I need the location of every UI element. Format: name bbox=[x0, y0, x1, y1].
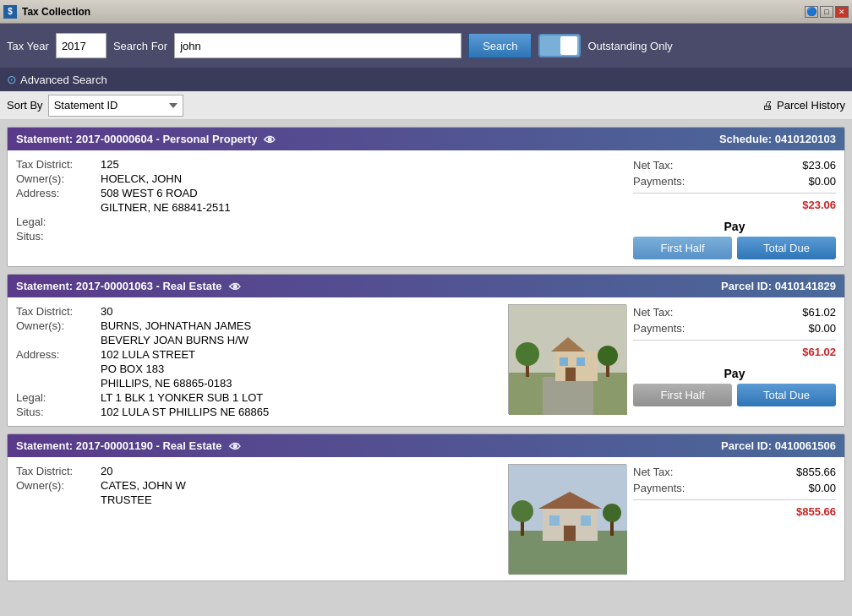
statement-info-1: Tax District: 125 Owner(s): HOELCK, JOHN… bbox=[16, 157, 626, 259]
sort-left: Sort By Statement ID Owner Name Parcel I… bbox=[7, 95, 183, 117]
advanced-search-bar[interactable]: ⊙ Advanced Search bbox=[0, 68, 852, 91]
statement-id-label-3: Statement: 2017-00001190 - Real Estate bbox=[16, 439, 222, 452]
address-value-1b: GILTNER, NE 68841-2511 bbox=[101, 200, 626, 215]
outstanding-toggle[interactable] bbox=[538, 34, 581, 57]
statement-card-3: Statement: 2017-00001190 - Real Estate P… bbox=[7, 433, 845, 581]
svg-point-9 bbox=[516, 342, 539, 366]
payments-label-3: Payments: bbox=[633, 480, 748, 496]
owners-value-3b: TRUSTEE bbox=[101, 493, 501, 507]
pay-section-2: Pay First Half Total Due bbox=[633, 367, 836, 406]
statement-body-1: Tax District: 125 Owner(s): HOELCK, JOHN… bbox=[8, 150, 844, 266]
parcel-id-2: Parcel ID: 0410141829 bbox=[721, 280, 836, 292]
view-icon-1[interactable] bbox=[264, 134, 281, 145]
svg-point-11 bbox=[598, 346, 618, 366]
search-for-label: Search For bbox=[113, 40, 167, 52]
owners-label-1: Owner(s): bbox=[16, 172, 101, 186]
amount-due-1: $23.06 bbox=[756, 197, 836, 213]
window-title: Tax Collection bbox=[22, 6, 803, 18]
first-half-button-2[interactable]: First Half bbox=[633, 384, 732, 406]
statement-id-label-1: Statement: 2017-00000604 - Personal Prop… bbox=[16, 133, 257, 145]
main-content: Statement: 2017-00000604 - Personal Prop… bbox=[0, 120, 852, 616]
advanced-search-icon: ⊙ bbox=[7, 73, 17, 86]
owners-value-2b: BEVERLY JOAN BURNS H/W bbox=[101, 333, 501, 347]
tax-section-1: Net Tax: $23.06 Payments: $0.00 $23.06 bbox=[633, 157, 836, 259]
close-button[interactable]: ✕ bbox=[835, 6, 849, 18]
legal-label-1: Legal: bbox=[16, 215, 101, 229]
title-bar: $ Tax Collection 🔵 □ ✕ bbox=[0, 0, 852, 24]
minimize-button[interactable]: 🔵 bbox=[805, 6, 818, 18]
tax-section-3: Net Tax: $855.66 Payments: $0.00 $855.66 bbox=[633, 464, 836, 574]
property-image-3 bbox=[508, 464, 626, 574]
svg-point-22 bbox=[603, 504, 621, 522]
statement-card-2: Statement: 2017-00001063 - Real Estate P… bbox=[7, 274, 845, 427]
statement-header-3: Statement: 2017-00001190 - Real Estate P… bbox=[8, 434, 844, 457]
outstanding-label: Outstanding Only bbox=[587, 40, 672, 52]
payments-label-1: Payments: bbox=[633, 173, 756, 189]
pay-buttons-2: First Half Total Due bbox=[633, 384, 836, 406]
svg-rect-3 bbox=[555, 352, 598, 381]
legal-value-1 bbox=[101, 215, 626, 229]
net-tax-label-1: Net Tax: bbox=[633, 157, 756, 173]
payments-value-2: $0.00 bbox=[756, 320, 836, 336]
toggle-thumb bbox=[560, 36, 577, 55]
address-value-2b: PO BOX 183 bbox=[101, 362, 501, 376]
maximize-button[interactable]: □ bbox=[820, 6, 833, 18]
tax-district-value-1: 125 bbox=[101, 157, 626, 172]
statement-info-3: Tax District: 20 Owner(s): CATES, JOHN W… bbox=[16, 464, 501, 574]
situs-label-1: Situs: bbox=[16, 229, 101, 243]
advanced-search-text: Advanced Search bbox=[20, 74, 107, 86]
statement-id-label-2: Statement: 2017-00001063 - Real Estate bbox=[16, 280, 222, 292]
statement-info-2: Tax District: 30 Owner(s): BURNS, JOHNAT… bbox=[16, 304, 501, 419]
toolbar: Tax Year Search For Search Outstanding O… bbox=[0, 24, 852, 68]
search-input[interactable] bbox=[174, 33, 462, 58]
pay-label-1: Pay bbox=[633, 220, 836, 233]
search-button[interactable]: Search bbox=[468, 33, 532, 58]
svg-rect-18 bbox=[564, 526, 576, 541]
payments-value-1: $0.00 bbox=[756, 173, 836, 189]
statement-header-1: Statement: 2017-00000604 - Personal Prop… bbox=[8, 128, 844, 150]
svg-rect-17 bbox=[581, 515, 591, 526]
net-tax-label-2: Net Tax: bbox=[633, 304, 756, 320]
tax-district-value-2: 30 bbox=[101, 304, 501, 319]
amount-due-3: $855.66 bbox=[748, 504, 836, 520]
app-icon: $ bbox=[3, 5, 17, 19]
situs-value-2: 102 LULA ST PHILLIPS NE 68865 bbox=[101, 405, 501, 419]
statement-body-2: Tax District: 30 Owner(s): BURNS, JOHNAT… bbox=[8, 297, 844, 426]
situs-label-2: Situs: bbox=[16, 405, 101, 419]
first-half-button-1[interactable]: First Half bbox=[633, 237, 732, 259]
net-tax-value-2: $61.02 bbox=[756, 304, 836, 320]
statement-card-1: Statement: 2017-00000604 - Personal Prop… bbox=[7, 127, 845, 267]
svg-rect-6 bbox=[576, 357, 585, 366]
svg-point-20 bbox=[511, 500, 533, 522]
tax-district-value-3: 20 bbox=[101, 464, 501, 478]
owners-label-3: Owner(s): bbox=[16, 478, 101, 493]
tax-year-label: Tax Year bbox=[7, 40, 49, 52]
pay-section-1: Pay First Half Total Due bbox=[633, 220, 836, 259]
tax-year-input[interactable] bbox=[56, 33, 106, 58]
sort-select[interactable]: Statement ID Owner Name Parcel ID Tax Di… bbox=[48, 95, 183, 117]
amount-due-2: $61.02 bbox=[756, 344, 836, 360]
pay-label-2: Pay bbox=[633, 367, 836, 380]
owners-value-1: HOELCK, JOHN bbox=[101, 172, 626, 186]
tax-district-label-3: Tax District: bbox=[16, 464, 101, 478]
total-due-button-2[interactable]: Total Due bbox=[737, 384, 836, 406]
payments-label-2: Payments: bbox=[633, 320, 756, 336]
address-value-2: 102 LULA STREET bbox=[101, 347, 501, 362]
view-icon-2[interactable] bbox=[229, 281, 246, 292]
pay-buttons-1: First Half Total Due bbox=[633, 237, 836, 259]
parcel-history-button[interactable]: 🖨 Parcel History bbox=[762, 99, 845, 112]
parcel-id-3: Parcel ID: 0410061506 bbox=[721, 439, 836, 452]
owners-value-2: BURNS, JOHNATHAN JAMES bbox=[101, 319, 501, 333]
total-due-button-1[interactable]: Total Due bbox=[737, 237, 836, 259]
legal-label-2: Legal: bbox=[16, 390, 101, 405]
situs-value-1 bbox=[101, 229, 626, 243]
statement-header-2: Statement: 2017-00001063 - Real Estate P… bbox=[8, 275, 844, 297]
tax-section-2: Net Tax: $61.02 Payments: $0.00 $61.02 bbox=[633, 304, 836, 419]
view-icon-3[interactable] bbox=[229, 440, 246, 452]
owners-value-3: CATES, JOHN W bbox=[101, 478, 501, 493]
printer-icon: 🖨 bbox=[762, 99, 773, 112]
net-tax-label-3: Net Tax: bbox=[633, 464, 748, 480]
address-label-2: Address: bbox=[16, 347, 101, 362]
sort-bar: Sort By Statement ID Owner Name Parcel I… bbox=[0, 91, 852, 120]
net-tax-value-1: $23.06 bbox=[756, 157, 836, 173]
